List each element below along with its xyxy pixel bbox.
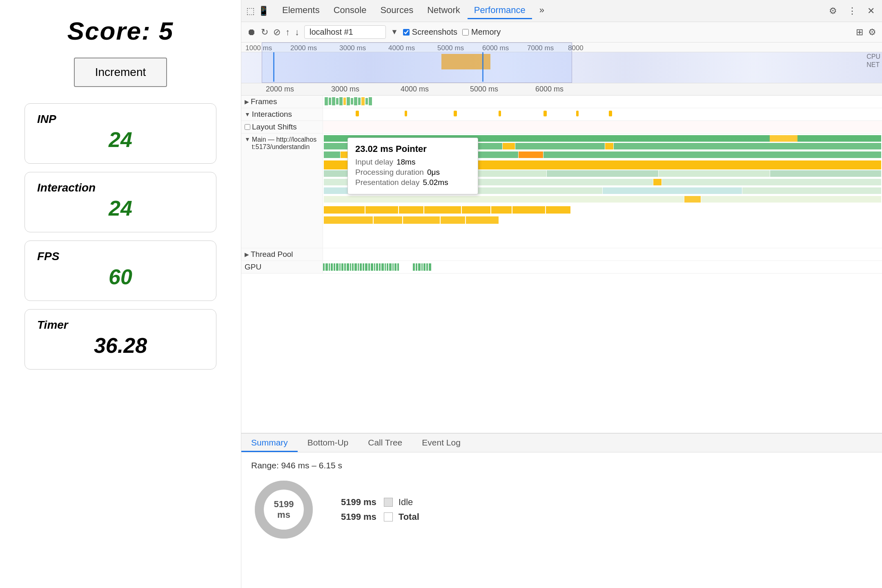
range-text: Range: 946 ms – 6.15 s <box>251 461 872 470</box>
memory-group: Memory <box>462 27 501 37</box>
interaction-bar-6 <box>576 111 579 116</box>
timeline-overview[interactable]: 1000 ms 2000 ms 3000 ms 4000 ms 5000 ms … <box>241 42 882 83</box>
summary-idle-row: 5199 ms Idle <box>341 497 419 508</box>
frames-track: ▶ Frames <box>241 96 882 108</box>
screenshots-checkbox[interactable] <box>403 29 410 36</box>
thread-pool-content <box>323 248 882 260</box>
performance-toolbar: ⏺ ↻ ⊘ ↑ ↓ localhost #1 ▼ Screenshots Mem… <box>241 22 882 42</box>
frames-label[interactable]: ▶ Frames <box>241 96 323 108</box>
bottom-content: Range: 946 ms – 6.15 s 5199 ms 5199 ms I… <box>241 452 882 588</box>
gpu-text: GPU <box>245 263 261 272</box>
device-icon[interactable]: 📱 <box>258 6 269 16</box>
devtools-tab-performance[interactable]: Performance <box>468 2 532 19</box>
left-panel: Score: 5 Increment INP 24 Interaction 24… <box>0 0 241 588</box>
more-icon[interactable]: ⋮ <box>845 4 859 18</box>
perf-settings-icon[interactable]: ⚙ <box>868 27 876 38</box>
upload-icon[interactable]: ↑ <box>285 27 290 38</box>
gpu-label: GPU <box>241 261 323 273</box>
metric-label-fps: FPS <box>37 250 204 263</box>
donut-label: 5199 ms <box>267 499 300 520</box>
flame-yellow-blocks-2 <box>324 216 881 225</box>
bottom-tab-summary[interactable]: Summary <box>241 434 298 452</box>
summary-legend: 5199 ms Idle 5199 ms Total <box>341 497 419 522</box>
frames-content <box>323 96 882 107</box>
metric-card-interaction: Interaction 24 <box>24 172 216 232</box>
metric-label-interaction: Interaction <box>37 181 204 194</box>
main-track: ▼ Main — http://localhost:5173/understan… <box>241 134 882 248</box>
refresh-icon[interactable]: ↻ <box>261 27 268 38</box>
metric-value-timer: 36.28 <box>37 333 204 358</box>
thread-pool-label[interactable]: ▶ Thread Pool <box>241 248 323 261</box>
bottom-panel: SummaryBottom-UpCall TreeEvent Log Range… <box>241 433 882 588</box>
bottom-tabs: SummaryBottom-UpCall TreeEvent Log <box>241 434 882 452</box>
tooltip-input-delay: Input delay 18ms <box>355 158 470 167</box>
cursor-icon[interactable]: ⬚ <box>246 6 255 16</box>
memory-checkbox[interactable] <box>462 29 469 36</box>
main-arrow: ▼ <box>245 136 250 143</box>
thread-pool-text: Thread Pool <box>251 250 293 259</box>
thread-pool-arrow: ▶ <box>245 251 249 258</box>
metric-card-timer: Timer 36.28 <box>24 309 216 370</box>
increment-button[interactable]: Increment <box>74 58 167 87</box>
layout-shifts-text: Layout Shifts <box>252 122 297 131</box>
devtools-tab-elements[interactable]: Elements <box>276 2 326 19</box>
summary-idle-ms: 5199 ms <box>341 497 376 508</box>
metric-label-inp: INP <box>37 113 204 126</box>
download-icon[interactable]: ↓ <box>295 27 299 38</box>
bottom-tab-bottom-up[interactable]: Bottom-Up <box>298 434 358 452</box>
memory-label: Memory <box>471 27 501 37</box>
tooltip-key-3: Presentation delay <box>355 178 419 187</box>
interactions-arrow: ▼ <box>245 111 250 118</box>
main-label[interactable]: ▼ Main — http://localhost:5173/understan… <box>241 134 323 248</box>
record-icon[interactable]: ⏺ <box>247 27 256 38</box>
detail-tick-2000: 2000 ms <box>266 85 294 94</box>
devtools-tab-network[interactable]: Network <box>421 2 467 19</box>
interactions-label[interactable]: ▼ Interactions <box>241 108 323 120</box>
detail-tick-4000: 4000 ms <box>401 85 429 94</box>
close-icon[interactable]: ✕ <box>865 4 877 18</box>
layout-shifts-label[interactable]: Layout Shifts <box>241 121 323 133</box>
interaction-bar-5 <box>543 111 547 116</box>
main-text: Main — http://localhost:5173/understandi… <box>252 136 319 151</box>
url-dropdown-icon[interactable]: ▼ <box>391 28 398 36</box>
interactions-content <box>323 108 882 120</box>
devtools-tab-sources[interactable]: Sources <box>374 2 420 19</box>
summary-total-label: Total <box>399 512 419 522</box>
gpu-bars <box>323 261 882 273</box>
metric-value-fps: 60 <box>37 265 204 289</box>
url-display: localhost #1 <box>304 25 386 39</box>
frames-bars <box>323 96 882 107</box>
interaction-bar-3 <box>454 111 457 116</box>
detail-tick-5000: 5000 ms <box>470 85 498 94</box>
settings-icon[interactable]: ⚙ <box>826 4 840 18</box>
metric-value-inp: 24 <box>37 127 204 152</box>
gpu-content <box>323 261 882 273</box>
bottom-tab-call-tree[interactable]: Call Tree <box>358 434 412 452</box>
interaction-bar-7 <box>609 111 612 116</box>
metric-card-inp: INP 24 <box>24 103 216 164</box>
screenshots-group: Screenshots <box>403 27 457 37</box>
devtools-tab-»[interactable]: » <box>533 2 551 19</box>
layout-shifts-checkbox[interactable] <box>245 124 250 130</box>
interaction-bar-2 <box>405 111 407 116</box>
timeline-selection[interactable] <box>262 42 572 83</box>
gpu-track: GPU <box>241 261 882 274</box>
tooltip-key-1: Input delay <box>355 158 393 167</box>
summary-total-ms: 5199 ms <box>341 512 376 522</box>
bottom-tab-event-log[interactable]: Event Log <box>412 434 470 452</box>
timeline-detail[interactable]: 2000 ms 3000 ms 4000 ms 5000 ms 6000 ms … <box>241 83 882 433</box>
flame-row-7 <box>324 196 881 204</box>
devtools-tab-console[interactable]: Console <box>327 2 373 19</box>
tooltip-presentation: Presentation delay 5.02ms <box>355 178 470 187</box>
capture-settings-icon[interactable]: ⊞ <box>856 27 863 38</box>
clear-icon[interactable]: ⊘ <box>273 27 281 38</box>
summary-total-row: 5199 ms Total <box>341 512 419 522</box>
tooltip-val-3: 5.02ms <box>423 178 448 187</box>
frames-text: Frames <box>251 97 277 106</box>
metric-label-timer: Timer <box>37 318 204 332</box>
layout-shifts-content <box>323 121 882 132</box>
detail-ruler: 2000 ms 3000 ms 4000 ms 5000 ms 6000 ms <box>241 83 882 96</box>
summary-body: 5199 ms 5199 ms Idle 5199 ms Total <box>251 477 872 542</box>
detail-tick-3000: 3000 ms <box>331 85 359 94</box>
tooltip-title: 23.02 ms Pointer <box>355 144 470 154</box>
